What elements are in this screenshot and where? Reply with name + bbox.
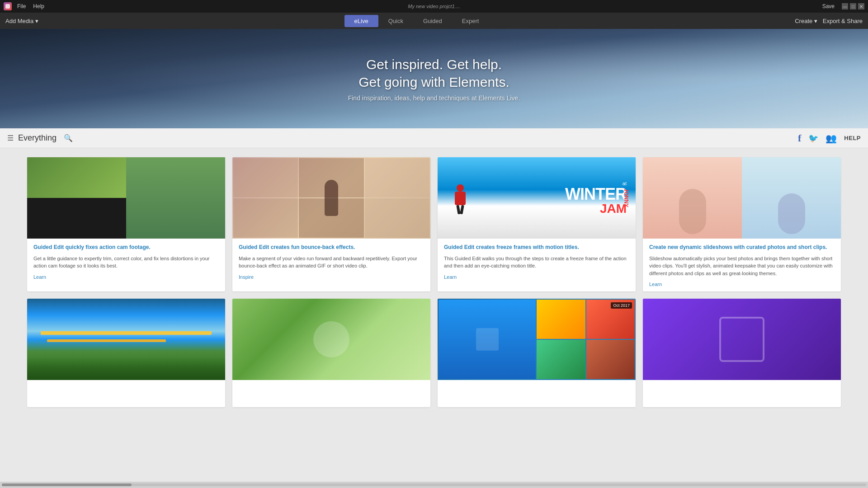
card-purple[interactable] bbox=[643, 299, 841, 407]
card-title-bounce-back: Guided Edit creates fun bounce-back effe… bbox=[239, 244, 424, 251]
toolbar-right: Create ▾ Export & Share bbox=[795, 18, 863, 24]
oct-badge: Oct 2017 bbox=[611, 302, 632, 309]
help-menu[interactable]: Help bbox=[33, 3, 44, 9]
create-button[interactable]: Create ▾ bbox=[795, 18, 817, 24]
minimize-button[interactable]: — bbox=[842, 3, 848, 9]
scrollbar-track[interactable] bbox=[2, 483, 866, 486]
card-body-nature bbox=[232, 380, 430, 407]
card-image-purple bbox=[643, 299, 841, 380]
card-image-action-cam bbox=[27, 157, 225, 239]
card-body-winter-jam: Guided Edit creates freeze frames with m… bbox=[438, 239, 636, 284]
card-title-slideshow: Create new dynamic slideshows with curat… bbox=[649, 244, 835, 251]
tab-expert[interactable]: Expert bbox=[452, 15, 489, 27]
tab-elive[interactable]: eLive bbox=[344, 15, 378, 27]
close-button[interactable]: ✕ bbox=[858, 3, 864, 9]
ac3 bbox=[27, 198, 126, 239]
filter-left: ☰ Everything 🔍 bbox=[7, 133, 73, 143]
kids-composite bbox=[643, 157, 841, 239]
winter-jam-jonny: JONNY bbox=[623, 188, 629, 207]
card-image-winter-jam: at WINTER JAM JONNY bbox=[438, 157, 636, 239]
kids-right bbox=[742, 157, 841, 239]
card-description-bounce-back: Make a segment of your video run forward… bbox=[239, 255, 424, 270]
window-controls: — □ ✕ bbox=[842, 3, 864, 9]
oct-cell-1 bbox=[537, 300, 585, 339]
card-title-winter-jam: Guided Edit creates freeze frames with m… bbox=[444, 244, 629, 251]
card-slideshow[interactable]: Create new dynamic slideshows with curat… bbox=[643, 157, 841, 291]
twitter-icon[interactable]: 🐦 bbox=[808, 133, 818, 143]
oct-cell-4 bbox=[586, 340, 635, 379]
tab-guided[interactable]: Guided bbox=[413, 15, 452, 27]
save-button[interactable]: Save bbox=[819, 2, 838, 10]
ac4 bbox=[126, 198, 225, 239]
hero-subtitle: Find inspiration, ideas, help and techni… bbox=[348, 94, 520, 102]
card-body-purple bbox=[643, 380, 841, 407]
card-body-beach bbox=[27, 380, 225, 407]
card-oct[interactable]: Oct 2017 bbox=[438, 299, 636, 407]
winter-jam-overlay: at WINTER JAM JONNY bbox=[438, 157, 636, 239]
card-action-learn-4[interactable]: Learn bbox=[649, 282, 835, 287]
content-area: Guided Edit quickly fixes action cam foo… bbox=[0, 148, 868, 482]
card-body-action-cam: Guided Edit quickly fixes action cam foo… bbox=[27, 239, 225, 284]
export-share-button[interactable]: Export & Share bbox=[823, 18, 863, 24]
filter-bar: ☰ Everything 🔍 f 🐦 👥 HELP bbox=[0, 128, 868, 148]
scrollbar[interactable] bbox=[0, 482, 868, 488]
add-media-button[interactable]: Add Media ▾ bbox=[5, 18, 38, 24]
maximize-button[interactable]: □ bbox=[850, 3, 856, 9]
card-winter-jam[interactable]: at WINTER JAM JONNY Guided Edit creates … bbox=[438, 157, 636, 291]
title-bar: File Help My new video projct1.... Save … bbox=[0, 0, 868, 13]
toolbar-tabs: eLive Quick Guided Expert bbox=[344, 15, 489, 27]
ac2 bbox=[126, 157, 225, 198]
card-image-oct: Oct 2017 bbox=[438, 299, 636, 380]
app-logo bbox=[4, 2, 12, 10]
card-body-slideshow: Create new dynamic slideshows with curat… bbox=[643, 239, 841, 291]
card-action-cam[interactable]: Guided Edit quickly fixes action cam foo… bbox=[27, 157, 225, 291]
card-action-inspire[interactable]: Inspire bbox=[239, 274, 424, 280]
community-icon[interactable]: 👥 bbox=[826, 133, 837, 144]
card-image-slideshow bbox=[643, 157, 841, 239]
card-action-learn-3[interactable]: Learn bbox=[444, 274, 629, 280]
tab-quick[interactable]: Quick bbox=[378, 15, 413, 27]
facebook-icon[interactable]: f bbox=[798, 132, 801, 144]
kids-left bbox=[643, 157, 742, 239]
app-toolbar: Add Media ▾ eLive Quick Guided Expert Cr… bbox=[0, 13, 868, 29]
hero-title-line2: Get going with Elements. bbox=[348, 73, 520, 91]
oct-main-cell bbox=[439, 300, 536, 379]
card-nature[interactable] bbox=[232, 299, 430, 407]
card-body-bounce-back: Guided Edit creates fun bounce-back effe… bbox=[232, 239, 430, 284]
card-image-bounce-back bbox=[232, 157, 430, 239]
oct-cell-3 bbox=[537, 340, 585, 379]
file-menu[interactable]: File bbox=[17, 3, 26, 9]
card-description-winter-jam: This Guided Edit walks you through the s… bbox=[444, 255, 629, 270]
cards-grid-row1: Guided Edit quickly fixes action cam foo… bbox=[27, 157, 841, 291]
title-bar-menu: File Help bbox=[17, 3, 44, 9]
action-cam-composite bbox=[27, 157, 225, 239]
scrollbar-thumb[interactable] bbox=[2, 483, 132, 486]
winter-jam-winter: WINTER bbox=[565, 186, 627, 202]
help-label[interactable]: HELP bbox=[844, 135, 861, 141]
hero-title-line1: Get inspired. Get help. bbox=[348, 56, 520, 73]
ac1 bbox=[27, 157, 126, 198]
hero-banner: Get inspired. Get help. Get going with E… bbox=[0, 29, 868, 128]
bounce-silhouette bbox=[232, 157, 430, 239]
search-icon[interactable]: 🔍 bbox=[64, 134, 73, 142]
card-image-beach bbox=[27, 299, 225, 380]
project-name: My new video projct1.... bbox=[408, 4, 460, 9]
card-action-learn-1[interactable]: Learn bbox=[33, 274, 219, 280]
oct-grid bbox=[438, 299, 636, 380]
card-image-nature bbox=[232, 299, 430, 380]
card-beach[interactable] bbox=[27, 299, 225, 407]
cards-grid-row2: Oct 2017 bbox=[27, 299, 841, 407]
title-bar-right: Save — □ ✕ bbox=[819, 2, 864, 10]
card-body-oct bbox=[438, 380, 636, 407]
card-description-action-cam: Get a little guidance to expertly trim, … bbox=[33, 255, 219, 270]
hamburger-icon[interactable]: ☰ bbox=[7, 134, 14, 142]
card-title-action-cam: Guided Edit quickly fixes action cam foo… bbox=[33, 244, 219, 251]
card-bounce-back[interactable]: Guided Edit creates fun bounce-back effe… bbox=[232, 157, 430, 291]
hero-title: Get inspired. Get help. Get going with E… bbox=[348, 56, 520, 91]
filter-label[interactable]: Everything bbox=[18, 133, 57, 143]
title-bar-left: File Help bbox=[4, 2, 44, 10]
filter-right: f 🐦 👥 HELP bbox=[798, 132, 861, 144]
card-description-slideshow: Slideshow automatically picks your best … bbox=[649, 255, 835, 277]
svg-rect-0 bbox=[5, 4, 10, 9]
hero-content: Get inspired. Get help. Get going with E… bbox=[348, 56, 520, 102]
